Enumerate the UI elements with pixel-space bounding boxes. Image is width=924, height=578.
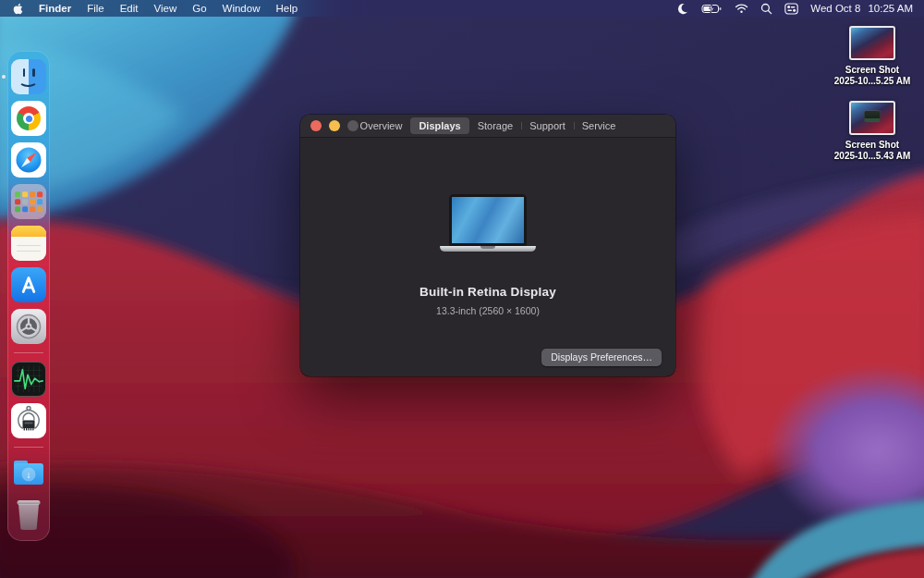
- dock-item-trash[interactable]: [11, 498, 46, 533]
- macbook-screen: [449, 194, 527, 246]
- desktop-file-screenshot-1[interactable]: Screen Shot 2025-10...5.25 AM: [830, 26, 915, 86]
- wifi-icon[interactable]: [735, 3, 748, 14]
- desktop: Finder File Edit View Go Window Help: [0, 0, 924, 578]
- macbook-illustration: [440, 194, 536, 252]
- window-titlebar[interactable]: Overview Displays Storage Support Servic…: [300, 115, 675, 138]
- download-arrow-icon: ↓: [22, 467, 36, 481]
- window-content: Built-in Retina Display 13.3-inch (2560 …: [300, 138, 675, 376]
- menu-item-go[interactable]: Go: [192, 3, 206, 14]
- dock: ↓: [7, 51, 50, 541]
- menu-bar-date: Wed Oct 8: [810, 3, 860, 14]
- menu-bar-time: 10:25 AM: [868, 3, 913, 14]
- screenshot-thumbnail-2: [849, 101, 895, 135]
- control-center-icon[interactable]: [784, 3, 798, 15]
- tab-support[interactable]: Support: [521, 117, 574, 134]
- dock-item-notes[interactable]: [11, 226, 46, 261]
- dock-divider: [14, 447, 43, 448]
- safari-icon: [11, 142, 46, 178]
- running-indicator: [2, 75, 6, 79]
- do-not-disturb-moon-icon[interactable]: [677, 3, 689, 15]
- dock-item-system-preferences[interactable]: [11, 309, 46, 344]
- about-this-mac-window: Overview Displays Storage Support Servic…: [300, 115, 675, 376]
- tab-service[interactable]: Service: [574, 117, 625, 134]
- file-name-line2: 2025-10...5.43 AM: [834, 151, 910, 162]
- trash-icon: [11, 498, 46, 533]
- file-name-line2: 2025-10...5.25 AM: [834, 76, 910, 87]
- chip-claw-utility-icon: [11, 403, 46, 438]
- dock-item-app-store[interactable]: [11, 267, 46, 302]
- file-name-line1: Screen Shot: [834, 140, 910, 151]
- spotlight-search-icon[interactable]: [760, 3, 772, 15]
- display-spec: 13.3-inch (2560 × 1600): [300, 305, 675, 316]
- screenshot-thumbnail-1: [849, 26, 895, 60]
- chrome-icon: [11, 101, 46, 136]
- system-preferences-icon: [11, 309, 46, 344]
- desktop-file-screenshot-2[interactable]: Screen Shot 2025-10...5.43 AM: [830, 101, 915, 161]
- menu-item-window[interactable]: Window: [223, 3, 261, 14]
- notes-icon: [11, 226, 46, 261]
- tab-overview[interactable]: Overview: [352, 117, 411, 134]
- dock-divider: [14, 352, 43, 353]
- menu-item-app-name[interactable]: Finder: [39, 3, 71, 14]
- menu-item-help[interactable]: Help: [275, 3, 298, 14]
- dock-item-activity-monitor[interactable]: [11, 362, 46, 397]
- display-title: Built-in Retina Display: [300, 285, 675, 299]
- menu-bar-status: Wed Oct 8 10:25 AM: [677, 3, 913, 15]
- downloads-folder-icon: ↓: [11, 456, 46, 491]
- file-label: Screen Shot 2025-10...5.43 AM: [834, 140, 910, 161]
- finder-icon: [11, 59, 46, 94]
- dock-item-finder[interactable]: [11, 59, 46, 94]
- menu-bar-menus: Finder File Edit View Go Window Help: [13, 3, 298, 15]
- menu-item-edit[interactable]: Edit: [120, 3, 139, 14]
- menu-bar: Finder File Edit View Go Window Help: [0, 0, 924, 17]
- launchpad-icon: [11, 184, 46, 219]
- apple-menu-icon[interactable]: [13, 3, 23, 15]
- window-tabs: Overview Displays Storage Support Servic…: [352, 117, 625, 134]
- menu-item-view[interactable]: View: [154, 3, 177, 14]
- desktop-files: Screen Shot 2025-10...5.25 AM Screen Sho…: [830, 26, 915, 161]
- dock-item-downloads[interactable]: ↓: [11, 456, 46, 491]
- macbook-base: [440, 246, 536, 252]
- tab-storage[interactable]: Storage: [469, 117, 522, 134]
- minimize-button[interactable]: [329, 120, 340, 131]
- file-name-line1: Screen Shot: [834, 65, 910, 76]
- menu-item-file[interactable]: File: [87, 3, 104, 14]
- dock-item-chrome[interactable]: [11, 101, 46, 136]
- app-store-icon: [11, 267, 46, 302]
- dock-item-launchpad[interactable]: [11, 184, 46, 219]
- dock-item-safari[interactable]: [11, 142, 46, 178]
- close-button[interactable]: [310, 120, 322, 131]
- dock-item-hardware-utility[interactable]: [11, 403, 46, 438]
- file-label: Screen Shot 2025-10...5.25 AM: [834, 65, 910, 86]
- displays-preferences-button[interactable]: Displays Preferences…: [541, 349, 662, 366]
- battery-charging-icon[interactable]: [701, 3, 723, 15]
- menu-bar-clock[interactable]: Wed Oct 8 10:25 AM: [810, 3, 913, 14]
- tab-displays[interactable]: Displays: [410, 117, 468, 134]
- thumbnail-window-detail: [865, 111, 881, 121]
- activity-monitor-icon: [11, 362, 46, 397]
